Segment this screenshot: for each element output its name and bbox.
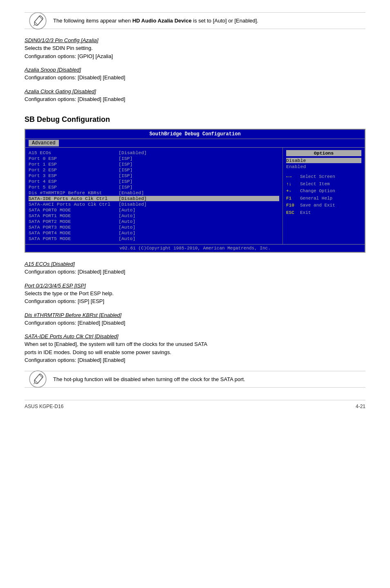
bios-nav-key-2: +- (286, 188, 298, 195)
footer-right: 4-21 (356, 404, 365, 409)
bios-row-14[interactable]: SATA PORT4 MODE[Auto] (29, 230, 279, 236)
bios-row-value-7: [Enabled] (119, 190, 144, 195)
bios-row-value-8: [Disabled] (119, 196, 147, 201)
bios-nav-key-4: F10 (286, 202, 298, 209)
svg-point-4 (29, 371, 46, 388)
a15-ecos-section: A15 ECOs [Disabled] Configuration option… (25, 261, 365, 276)
sb-debug-heading: SB Debug Configuration (25, 115, 365, 124)
bios-nav-desc-5: Exit (300, 209, 311, 217)
bios-row-15[interactable]: SATA PORT5 MODE[Auto] (29, 236, 279, 241)
sdin-line2: Configuration options: [GPIO] [Azalia] (25, 52, 365, 61)
bios-tab-bar: Advanced (25, 139, 365, 148)
bios-nav: ←→Select Screen↑↓Select Item+-Change Opt… (286, 173, 361, 217)
sata-ide-line2: ports in IDE modes. Doing so will enable… (25, 348, 365, 357)
bios-row-label-9: SATA-AHCI Ports Auto Clk Ctrl (29, 202, 119, 207)
bios-tab-advanced[interactable]: Advanced (29, 140, 59, 146)
bios-row-value-0: [Disabled] (119, 150, 147, 155)
bios-row-9[interactable]: SATA-AHCI Ports Auto Clk Ctrl[Disabled] (29, 202, 279, 207)
bios-nav-row-5: ESCExit (286, 209, 361, 217)
bios-options-title: Options (286, 150, 361, 156)
bios-row-value-15: [Auto] (119, 236, 135, 241)
bios-nav-desc-4: Save and Exit (300, 202, 335, 209)
dis-thrmtrip-section: Dis #THRMTRIP Before KBRst [Enabled] Con… (25, 312, 365, 327)
bios-row-2[interactable]: Port 1 ESP[ISP] (29, 162, 279, 167)
port-esp-line2: Configuration options: [ISP] [ESP] (25, 297, 365, 305)
svg-line-7 (34, 383, 34, 384)
note-box-1: The following items appear when HD Audio… (25, 12, 365, 29)
bios-nav-desc-1: Select Item (300, 181, 330, 188)
note-box-2: The hot-plug function will be disabled w… (25, 371, 365, 388)
bios-nav-row-4: F10Save and Exit (286, 202, 361, 209)
bios-row-label-15: SATA PORT5 MODE (29, 236, 119, 241)
bios-nav-key-0: ←→ (286, 173, 298, 181)
bios-row-label-4: Port 3 ESP (29, 173, 119, 178)
bios-row-value-13: [Auto] (119, 224, 135, 230)
bios-nav-row-2: +-Change Option (286, 188, 361, 195)
bios-nav-key-3: F1 (286, 195, 298, 202)
bios-row-0[interactable]: A15 ECOs[Disabled] (29, 150, 279, 155)
port-esp-line1: Selects the type or the Port ESP help. (25, 290, 365, 298)
bios-row-label-6: Port 5 ESP (29, 184, 119, 190)
bios-row-label-7: Dis #THRMTRIP Before KBRst (29, 190, 119, 195)
bios-row-4[interactable]: Port 3 ESP[ISP] (29, 173, 279, 178)
sdin-config-section: SDIN0/1/2/3 Pin Config [Azalia] Selects … (25, 37, 365, 60)
bios-row-value-11: [Auto] (119, 213, 135, 218)
bios-screen: SouthBridge Debug Configuration Advanced… (25, 129, 365, 253)
bios-row-7[interactable]: Dis #THRMTRIP Before KBRst[Enabled] (29, 190, 279, 195)
svg-point-0 (29, 12, 46, 29)
bios-row-5[interactable]: Port 4 ESP[ISP] (29, 179, 279, 184)
azalia-snoop-line1: Configuration options: [Disabled] [Enabl… (25, 74, 365, 82)
bios-title: SouthBridge Debug Configuration (25, 130, 365, 139)
bios-nav-key-5: ESC (286, 209, 298, 217)
bios-options: DisableEnabled (286, 158, 361, 169)
bios-row-label-3: Port 2 ESP (29, 167, 119, 173)
bios-row-13[interactable]: SATA PORT3 MODE[Auto] (29, 224, 279, 230)
a15-ecos-line1: Configuration options: [Disabled] [Enabl… (25, 268, 365, 276)
bios-row-value-4: [ISP] (119, 173, 133, 178)
bios-option-1[interactable]: Enabled (286, 164, 361, 169)
azalia-clock-line1: Configuration options: [Disabled] [Enabl… (25, 95, 365, 103)
sdin-line1: Selects the SDIN Pin setting. (25, 44, 365, 52)
bios-row-value-9: [Disabled] (119, 202, 147, 207)
bios-option-0[interactable]: Disable (286, 158, 361, 163)
bios-row-1[interactable]: Port 0 ESP[ISP] (29, 156, 279, 161)
sata-ide-line3: Configuration options: [Disabled] [Enabl… (25, 356, 365, 364)
sata-ide-section: SATA-IDE Ports Auto Clk Ctrl [Disabled] … (25, 333, 365, 364)
bios-nav-desc-3: General Help (300, 195, 332, 202)
note1-bold: HD Audio Azalia Device (132, 18, 192, 24)
bios-row-11[interactable]: SATA PORT1 MODE[Auto] (29, 213, 279, 218)
bios-row-value-2: [ISP] (119, 162, 133, 167)
bios-row-label-1: Port 0 ESP (29, 156, 119, 161)
bios-row-label-10: SATA PORT0 MODE (29, 207, 119, 213)
bios-row-12[interactable]: SATA PORT2 MODE[Auto] (29, 219, 279, 224)
bios-row-3[interactable]: Port 2 ESP[ISP] (29, 167, 279, 173)
bios-row-label-11: SATA PORT1 MODE (29, 213, 119, 218)
bios-row-label-14: SATA PORT4 MODE (29, 230, 119, 236)
bios-footer: v02.61 (C)Copyright 1985-2010, American … (25, 244, 365, 252)
a15-ecos-title: A15 ECOs [Disabled] (25, 261, 365, 267)
bios-row-8[interactable]: SATA-IDE Ports Auto Clk Ctrl[Disabled] (29, 196, 279, 201)
azalia-snoop-section: Azalia Snoop [Disabled] Configuration op… (25, 67, 365, 82)
bios-row-10[interactable]: SATA PORT0 MODE[Auto] (29, 207, 279, 213)
bios-nav-desc-2: Change Option (300, 188, 335, 195)
bios-rows: A15 ECOs[Disabled]Port 0 ESP[ISP]Port 1 … (29, 150, 279, 241)
bios-row-6[interactable]: Port 5 ESP[ISP] (29, 184, 279, 190)
sata-ide-title: SATA-IDE Ports Auto Clk Ctrl [Disabled] (25, 333, 365, 339)
sata-ide-line1: When set to [Enabled], the system will t… (25, 340, 365, 348)
azalia-clock-title: Azalia Clock Gating [Disabled] (25, 88, 365, 94)
bios-nav-row-1: ↑↓Select Item (286, 181, 361, 188)
bios-row-label-5: Port 4 ESP (29, 179, 119, 184)
bios-row-value-14: [Auto] (119, 230, 135, 236)
note1-text: The following items appear when HD Audio… (53, 18, 258, 24)
azalia-clock-section: Azalia Clock Gating [Disabled] Configura… (25, 88, 365, 103)
bios-nav-key-1: ↑↓ (286, 181, 298, 188)
port-esp-section: Port 0/1/2/3/4/5 ESP [ISP] Selects the t… (25, 283, 365, 305)
bios-nav-desc-0: Select Screen (300, 173, 335, 181)
bios-row-label-8: SATA-IDE Ports Auto Clk Ctrl (29, 196, 119, 201)
bios-nav-row-0: ←→Select Screen (286, 173, 361, 181)
bios-nav-items: ←→Select Screen↑↓Select Item+-Change Opt… (286, 173, 361, 217)
dis-thrmtrip-title: Dis #THRMTRIP Before KBRst [Enabled] (25, 312, 365, 318)
bios-row-label-13: SATA PORT3 MODE (29, 224, 119, 230)
bios-row-value-5: [ISP] (119, 179, 133, 184)
bios-left-panel: A15 ECOs[Disabled]Port 0 ESP[ISP]Port 1 … (25, 148, 283, 244)
